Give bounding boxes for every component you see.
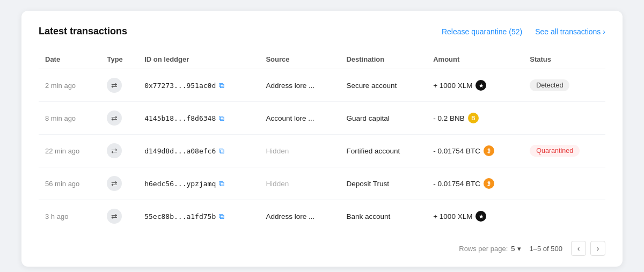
coin-badge: ★ — [475, 211, 486, 222]
cell-date: 2 min ago — [39, 69, 100, 102]
col-destination: Destination — [340, 50, 427, 69]
prev-page-button[interactable]: ‹ — [571, 241, 586, 256]
copy-icon[interactable]: ⧉ — [219, 114, 224, 123]
table-row: 8 min ago⇄4145b18...f8d6348⧉Account lore… — [39, 102, 605, 135]
ledger-id: h6edc56...ypzjamq — [144, 180, 216, 188]
transactions-card: Latest transactions Release quarantine (… — [21, 11, 623, 267]
col-amount: Amount — [427, 50, 523, 69]
transaction-type-icon: ⇄ — [107, 111, 122, 126]
cell-amount: - 0.01754 BTC₿ — [427, 135, 523, 167]
table-footer: Rows per page: 5 ▾ 1–5 of 500 ‹ › — [39, 241, 605, 256]
amount-value: - 0.01754 BTC — [433, 147, 480, 155]
table-row: 56 min ago⇄h6edc56...ypzjamq⧉HiddenDepos… — [39, 167, 605, 200]
cell-destination: Bank account — [340, 200, 427, 233]
cell-source: Address lore ... — [259, 200, 340, 233]
cell-status: Quarantined — [523, 135, 605, 167]
coin-badge: ₿ — [484, 145, 494, 156]
cell-destination: Secure account — [340, 69, 427, 102]
table-header: Date Type ID on leddger Source Destinati… — [39, 50, 605, 69]
ledger-id: 4145b18...f8d6348 — [144, 114, 216, 122]
header-actions: Release quarantine (52) See all transact… — [442, 27, 605, 36]
cell-id: 4145b18...f8d6348⧉ — [138, 102, 259, 135]
cell-source: Account lore ... — [259, 102, 340, 135]
col-status: Status — [523, 50, 605, 69]
transaction-type-icon: ⇄ — [107, 176, 122, 191]
cell-type: ⇄ — [100, 167, 138, 200]
cell-id: h6edc56...ypzjamq⧉ — [138, 167, 259, 200]
cell-status: Detected — [523, 69, 605, 102]
cell-date: 3 h ago — [39, 200, 100, 233]
ledger-id: 55ec88b...a1fd75b — [144, 212, 216, 220]
card-title: Latest transactions — [39, 26, 127, 37]
status-badge: Quarantined — [530, 145, 580, 157]
cell-amount: + 1000 XLM★ — [427, 69, 523, 102]
rows-per-page-select[interactable]: 5 ▾ — [511, 245, 521, 253]
col-id: ID on leddger — [138, 50, 259, 69]
cell-status — [523, 102, 605, 135]
table-body: 2 min ago⇄0x77273...951ac0d⧉Address lore… — [39, 69, 605, 233]
copy-icon[interactable]: ⧉ — [219, 179, 224, 188]
transaction-type-icon: ⇄ — [107, 209, 122, 224]
transactions-table: Date Type ID on leddger Source Destinati… — [39, 50, 605, 232]
col-type: Type — [100, 50, 138, 69]
cell-status — [523, 200, 605, 233]
transaction-type-icon: ⇄ — [107, 78, 122, 93]
cell-type: ⇄ — [100, 200, 138, 233]
cell-date: 8 min ago — [39, 102, 100, 135]
copy-icon[interactable]: ⧉ — [219, 212, 224, 221]
chevron-right-icon: › — [603, 27, 605, 36]
cell-source: Hidden — [259, 167, 340, 200]
ledger-id: d149d8d...a08efc6 — [144, 147, 216, 155]
rows-per-page-value: 5 — [511, 245, 515, 253]
cell-type: ⇄ — [100, 69, 138, 102]
cell-id: 55ec88b...a1fd75b⧉ — [138, 200, 259, 233]
amount-value: + 1000 XLM — [433, 212, 472, 220]
amount-value: - 0.2 BNB — [433, 114, 465, 122]
coin-badge: ₿ — [484, 178, 494, 189]
cell-type: ⇄ — [100, 135, 138, 167]
release-quarantine-button[interactable]: Release quarantine (52) — [442, 27, 522, 36]
dropdown-arrow-icon: ▾ — [517, 245, 521, 253]
cell-amount: - 0.2 BNBB — [427, 102, 523, 135]
amount-value: + 1000 XLM — [433, 82, 472, 90]
cell-amount: - 0.01754 BTC₿ — [427, 167, 523, 200]
cell-status — [523, 167, 605, 200]
see-all-transactions-button[interactable]: See all transactions › — [535, 27, 605, 36]
cell-date: 22 min ago — [39, 135, 100, 167]
cell-id: 0x77273...951ac0d⧉ — [138, 69, 259, 102]
cell-destination: Deposit Trust — [340, 167, 427, 200]
coin-badge: B — [468, 113, 479, 123]
col-source: Source — [259, 50, 340, 69]
cell-id: d149d8d...a08efc6⧉ — [138, 135, 259, 167]
copy-icon[interactable]: ⧉ — [219, 81, 224, 90]
cell-type: ⇄ — [100, 102, 138, 135]
source-hidden-label: Hidden — [266, 147, 289, 155]
table-row: 22 min ago⇄d149d8d...a08efc6⧉HiddenForti… — [39, 135, 605, 167]
card-header: Latest transactions Release quarantine (… — [39, 26, 605, 37]
pagination-controls: ‹ › — [571, 241, 605, 256]
table-row: 2 min ago⇄0x77273...951ac0d⧉Address lore… — [39, 69, 605, 102]
next-page-button[interactable]: › — [590, 241, 605, 256]
ledger-id: 0x77273...951ac0d — [144, 82, 216, 90]
coin-badge: ★ — [475, 80, 486, 91]
table-row: 3 h ago⇄55ec88b...a1fd75b⧉Address lore .… — [39, 200, 605, 233]
copy-icon[interactable]: ⧉ — [219, 146, 224, 156]
cell-destination: Fortified account — [340, 135, 427, 167]
source-hidden-label: Hidden — [266, 180, 289, 188]
col-date: Date — [39, 50, 100, 69]
rows-per-page-label: Rows per page: — [459, 245, 508, 253]
status-badge: Detected — [530, 79, 569, 91]
cell-source: Hidden — [259, 135, 340, 167]
amount-value: - 0.01754 BTC — [433, 180, 480, 188]
rows-per-page-control: Rows per page: 5 ▾ — [459, 245, 521, 253]
page-info: 1–5 of 500 — [530, 245, 562, 253]
cell-destination: Guard capital — [340, 102, 427, 135]
cell-date: 56 min ago — [39, 167, 100, 200]
cell-source: Address lore ... — [259, 69, 340, 102]
cell-amount: + 1000 XLM★ — [427, 200, 523, 233]
transaction-type-icon: ⇄ — [107, 143, 122, 158]
